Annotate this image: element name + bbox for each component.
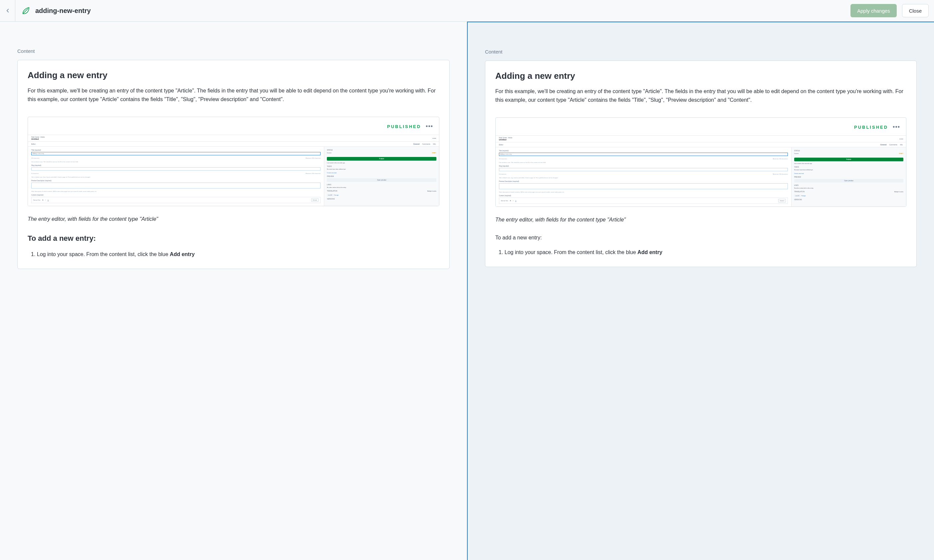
back-button[interactable] — [0, 0, 15, 21]
step-1: 1. Log into your space. From the content… — [499, 248, 906, 257]
mock-slug-hint: Title in kebab case. (e.g. how-to-conten… — [31, 176, 321, 178]
mock-preview-hint: Short description of article contents. W… — [31, 191, 321, 192]
mock-editor-tab: Editor — [31, 143, 36, 145]
more-icon[interactable]: ••• — [893, 124, 900, 131]
content-card-left: Adding a new entry For this example, we'… — [17, 60, 450, 269]
embedded-screenshot: PUBLISHED ••• Help Center · Article Unti… — [495, 117, 906, 207]
chevron-left-icon — [5, 8, 11, 14]
mock-publish-button: Publish — [327, 157, 436, 161]
mock-more-icon: ••• — [433, 137, 439, 140]
apply-changes-button[interactable]: Apply changes — [851, 4, 896, 17]
mock-tab-general: General — [414, 143, 420, 145]
right-pane: Content Adding a new entry For this exam… — [467, 22, 934, 560]
editor-mock: Help Center · Article Untitled ••• Edito… — [28, 135, 439, 206]
header-bar: adding-new-entry Apply changes Close — [0, 0, 934, 22]
more-icon[interactable]: ••• — [426, 123, 433, 130]
mock-preview-label: Preview Description (required) — [31, 180, 321, 182]
mock-tab-info: Info — [433, 143, 436, 145]
published-badge: PUBLISHED — [387, 124, 421, 129]
embedded-screenshot: PUBLISHED ••• Help Center · Article Unti… — [28, 117, 439, 206]
section-label: Content — [17, 48, 450, 54]
sub-heading: To add a new entry: — [495, 235, 906, 241]
article-heading: Adding a new entry — [28, 70, 439, 80]
article-body: For this example, we'll be creating an e… — [495, 87, 906, 104]
mock-slug-input — [31, 167, 321, 171]
article-body: For this example, we'll be creating an e… — [28, 86, 439, 103]
mock-entry-title: Untitled — [31, 138, 429, 140]
article-heading: Adding a new entry — [495, 71, 906, 81]
editor-mock: Help Center · Article Untitled ••• Edito… — [496, 135, 906, 206]
sub-heading: To add a new entry: — [28, 234, 439, 243]
image-caption: The entry editor, with fields for the co… — [28, 216, 439, 222]
mock-title-hint: Use sentence case. Title should be same … — [31, 161, 321, 163]
step-1: 1. Log into your space. From the content… — [31, 250, 439, 259]
mock-tab-comments: Comments — [422, 143, 430, 145]
mock-content-label: Content (required) — [31, 194, 321, 196]
mock-toolbar: Normal Text B I U Embed — [31, 197, 321, 203]
section-label: Content — [485, 49, 917, 55]
content-card-right: Adding a new entry For this example, we'… — [485, 60, 917, 267]
leaf-icon — [21, 6, 31, 15]
close-button[interactable]: Close — [902, 4, 929, 17]
mock-preview-input — [31, 183, 321, 189]
page-title: adding-new-entry — [35, 7, 91, 15]
header-actions: Apply changes Close — [851, 4, 929, 17]
mock-title-input: Adding a new entry — [31, 152, 321, 155]
compare-view: Content Adding a new entry For this exam… — [0, 22, 934, 560]
published-badge: PUBLISHED — [854, 125, 888, 130]
left-pane: Content Adding a new entry For this exam… — [0, 22, 467, 560]
image-caption: The entry editor, with fields for the co… — [495, 217, 906, 223]
mock-title-label: Title (required) — [31, 149, 321, 151]
mock-slug-label: Slug (required) — [31, 165, 321, 166]
